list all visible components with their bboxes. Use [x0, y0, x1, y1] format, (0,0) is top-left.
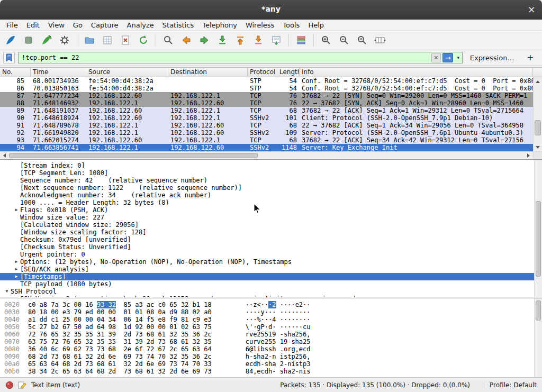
hscroll-thumb[interactable] [9, 153, 258, 158]
hex-bytes[interactable]: 65 63 64 68 2d 73 68 61 32 2d 6e 69 73 7… [28, 360, 212, 368]
hex-ascii[interactable]: h-sha2-n istp256, [246, 353, 311, 360]
open-file-button[interactable] [81, 32, 98, 48]
packet-row-91[interactable]: 9171.648789678192.168.122.1192.168.122.6… [0, 122, 533, 129]
packet-list-hscrollbar[interactable] [0, 151, 533, 159]
filter-bookmark-button[interactable] [3, 52, 15, 63]
hex-ascii[interactable]: ecdh-sha 2-nistp3 [246, 360, 311, 368]
hex-ascii[interactable]: \'·gP·d· ······cu [246, 323, 311, 331]
hex-bytes[interactable]: a1 dd c1 25 00 00 04 34 06 14 f5 e8 f9 8… [28, 316, 212, 323]
hex-row-0070[interactable]: 007063 75 72 76 65 32 35 35 31 39 2d 73 … [4, 338, 542, 345]
hex-row-0090[interactable]: 009068 2d 73 68 61 32 2d 6e 69 73 74 70 … [4, 353, 542, 360]
hex-vscrollbar[interactable] [534, 298, 542, 377]
packet-row-89[interactable]: 8971.648191037192.168.122.60192.168.122.… [0, 107, 533, 114]
profile-status[interactable]: Profile: Default [483, 381, 537, 389]
menu-wireless[interactable]: Wireless [241, 20, 278, 30]
menu-help[interactable]: Help [304, 20, 328, 30]
hex-row-00a0[interactable]: 00a065 63 64 68 2d 73 68 61 32 2d 6e 69 … [4, 360, 542, 368]
hscroll-track[interactable] [8, 152, 525, 159]
detail-line[interactable]: ▶[Timestamps] [0, 273, 542, 280]
menu-edit[interactable]: Edit [22, 20, 44, 30]
column-header-destination[interactable]: Destination [168, 68, 248, 77]
column-header-source[interactable]: Source [86, 68, 168, 77]
filter-input[interactable]: !tcp.port == 22 ✕ → ▾ [18, 52, 463, 63]
expander-icon[interactable]: ▶ [13, 273, 20, 280]
start-capture-button[interactable] [2, 32, 19, 48]
hex-bytes[interactable]: 63 75 72 76 65 32 35 35 31 39 2d 73 68 6… [28, 338, 212, 345]
go-to-packet-button[interactable] [214, 32, 231, 48]
expert-info-icon[interactable] [5, 381, 14, 389]
menu-view[interactable]: View [44, 20, 69, 30]
go-to-first-button[interactable] [232, 32, 249, 48]
packet-row-87[interactable]: 8771.647777234192.168.122.60192.168.122.… [0, 92, 533, 99]
colorize-button[interactable] [293, 32, 310, 48]
detail-line[interactable]: Urgent pointer: 0 [0, 251, 542, 258]
column-header-length[interactable]: Length [277, 68, 300, 77]
packet-row-92[interactable]: 9271.661949820192.168.122.1192.168.122.6… [0, 129, 533, 136]
packet-row-86[interactable]: 8670.013850163fe:54:00:d4:38:2aSTP54Conf… [0, 85, 533, 92]
detail-line[interactable]: 1000 .... = Header Length: 32 bytes (8) [0, 199, 542, 206]
hex-row-0050[interactable]: 00505c 27 b2 67 50 ad 64 98 1d 92 00 00 … [4, 323, 542, 331]
hex-bytes[interactable]: 72 76 65 32 35 35 31 39 2d 73 68 61 32 3… [28, 331, 212, 338]
column-header-info[interactable]: Info [300, 68, 533, 77]
expander-icon[interactable]: ▶ [13, 258, 20, 266]
titlebar[interactable]: *any × [0, 0, 542, 20]
zoom-in-button[interactable] [318, 32, 335, 48]
filter-dropdown-icon[interactable]: ▾ [455, 55, 462, 60]
hex-bytes[interactable]: 36 40 6c 69 62 73 73 68 2e 6f 72 67 2c 6… [28, 345, 212, 353]
save-file-button[interactable] [99, 32, 116, 48]
hex-row-0020[interactable]: 0020c0 a8 7a 3c 00 16 93 32 85 a3 ac c0 … [4, 301, 542, 308]
column-header-no[interactable]: No. [0, 68, 31, 77]
menu-capture[interactable]: Capture [87, 20, 123, 30]
detail-line[interactable]: ▼SSH Protocol [0, 288, 542, 295]
detail-line[interactable]: [Next sequence number: 1122 (relative se… [0, 184, 542, 192]
detail-line[interactable]: [TCP Segment Len: 1080] [0, 169, 542, 177]
restart-capture-button[interactable] [38, 32, 55, 48]
filter-clear-icon[interactable]: ✕ [431, 53, 441, 62]
resize-columns-button[interactable] [372, 32, 389, 48]
packet-row-94[interactable]: 9471.663856741192.168.122.1192.168.122.6… [0, 144, 533, 151]
hex-row-00b0[interactable]: 00b038 34 2c 65 63 64 68 2d 73 68 61 32 … [4, 368, 542, 375]
scroll-right-icon[interactable] [525, 152, 533, 160]
column-header-protocol[interactable]: Protocol [248, 68, 277, 77]
hex-bytes[interactable]: 5c 27 b2 67 50 ad 64 98 1d 92 00 00 01 0… [28, 323, 212, 331]
hex-ascii[interactable]: 6@libssh .org,ecd [246, 345, 311, 353]
packet-list-vscrollbar[interactable] [533, 77, 542, 151]
hex-row-0040[interactable]: 0040a1 dd c1 25 00 00 04 34 06 14 f5 e8 … [4, 316, 542, 323]
expander-icon[interactable]: ▶ [13, 206, 20, 214]
close-file-button[interactable] [117, 32, 134, 48]
column-header-time[interactable]: Time [31, 68, 86, 77]
details-vscrollbar[interactable] [534, 160, 542, 297]
zoom-normal-button[interactable] [354, 32, 371, 48]
find-packet-button[interactable] [160, 32, 177, 48]
hex-ascii[interactable]: ··z<···2 ····e2·· [246, 301, 311, 308]
filter-apply-icon[interactable]: → [442, 53, 453, 62]
packet-row-88[interactable]: 8871.648146932192.168.122.1192.168.122.6… [0, 99, 533, 107]
detail-line[interactable]: Acknowledgment number: 34 (relative ack … [0, 192, 542, 199]
packet-row-93[interactable]: 9371.662015274192.168.122.60192.168.122.… [0, 136, 533, 144]
filter-add-button[interactable]: + [521, 53, 539, 62]
capture-comment-icon[interactable] [18, 381, 27, 389]
hex-ascii[interactable]: 84,ecdh- sha2-nis [246, 368, 311, 375]
scroll-up-icon[interactable] [534, 77, 542, 85]
hex-bytes[interactable]: 80 18 00 e3 79 ed 00 00 01 01 08 0a d9 8… [28, 308, 212, 316]
detail-line[interactable]: [Calculated window size: 29056] [0, 221, 542, 229]
reload-file-button[interactable] [135, 32, 152, 48]
hex-row-0060[interactable]: 006072 76 65 32 35 35 31 39 2d 73 68 61 … [4, 331, 542, 338]
detail-line[interactable]: ▶Options: (12 bytes), No-Operation (NOP)… [0, 258, 542, 266]
close-button[interactable]: × [525, 4, 538, 15]
capture-options-button[interactable] [56, 32, 73, 48]
detail-line[interactable]: Window size value: 227 [0, 214, 542, 221]
detail-line[interactable]: [Window size scaling factor: 128] [0, 229, 542, 236]
details-vscroll-thumb[interactable] [536, 201, 541, 277]
detail-line[interactable]: ▶Flags: 0x018 (PSH, ACK) [0, 206, 542, 214]
expression-button[interactable]: Expression… [466, 54, 519, 62]
detail-line[interactable]: ▶[SEQ/ACK analysis] [0, 266, 542, 273]
hex-row-0080[interactable]: 008036 40 6c 69 62 73 73 68 2e 6f 72 67 … [4, 345, 542, 353]
go-to-last-button[interactable] [250, 32, 267, 48]
detail-line[interactable]: [Checksum Status: Unverified] [0, 243, 542, 251]
menu-file[interactable]: File [2, 20, 22, 30]
hex-vscroll-thumb[interactable] [536, 300, 541, 320]
packet-row-85[interactable]: 8568.001734936fe:54:00:d4:38:2aSTP54Conf… [0, 77, 533, 85]
menu-tools[interactable]: Tools [278, 20, 304, 30]
hex-row-0030[interactable]: 003080 18 00 e3 79 ed 00 00 01 01 08 0a … [4, 308, 542, 316]
